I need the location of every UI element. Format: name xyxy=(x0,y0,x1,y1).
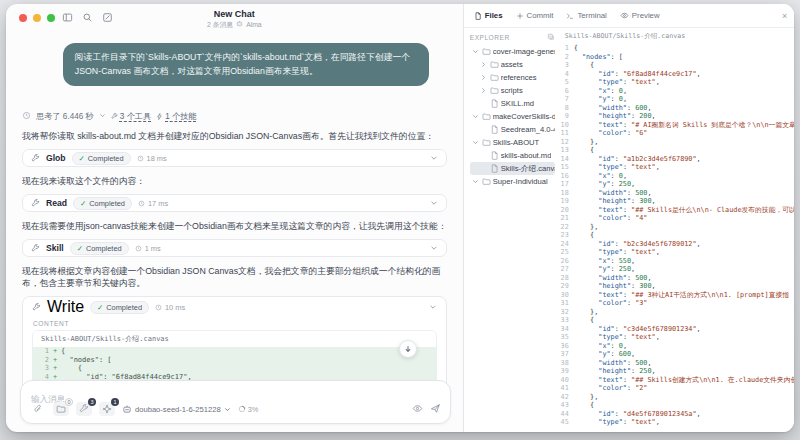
tree-folder-Skills-ABOUT[interactable]: Skills-ABOUT xyxy=(470,136,555,149)
editor-line: 22 }, xyxy=(559,223,794,232)
code-editor[interactable]: Skills-ABOUT/Skills-介绍.canvas 1{2 "nodes… xyxy=(559,28,794,432)
chevron-down-icon[interactable] xyxy=(430,154,438,162)
editor-line: 25 "type": "text", xyxy=(559,248,794,257)
editor-line: 39 "height": 250, xyxy=(559,367,794,376)
tab-commit[interactable]: Commit xyxy=(516,11,554,20)
skills-count-badge: 1 xyxy=(111,398,119,406)
chat-panel: New Chat 2 条消息 Alma 阅读工作目录下的`Skills-ABOU… xyxy=(6,4,463,432)
tool-icon xyxy=(32,303,41,312)
editor-line: 19 "height": 300, xyxy=(559,197,794,206)
usage-percent: 3% xyxy=(248,405,259,414)
tools-button[interactable]: 3 xyxy=(76,402,92,416)
editor-line: 34 "id": "c3d4e5f678901234", xyxy=(559,325,794,334)
editor-line: 31 "color": "3" xyxy=(559,299,794,308)
editor-line: 16 "x": 0, xyxy=(559,172,794,181)
check-icon: ✓ xyxy=(80,199,86,208)
tree-file-Seedream_4.0-4.5_AP[interactable]: Seedream_4.0-4.5_AP xyxy=(470,123,555,136)
new-chat-icon[interactable] xyxy=(102,12,113,23)
editor-line: 40 "text": "## Skills创建方式\n\n1. 在.claude… xyxy=(559,376,794,385)
minimize-window-button[interactable] xyxy=(33,14,41,22)
message-composer[interactable]: 0 3 1 doubao-seed-1-6-251228 3% xyxy=(20,380,451,424)
file-icon xyxy=(490,99,499,108)
thinking-label: 思考了 6.446 秒 xyxy=(36,111,94,122)
tool-name: Write xyxy=(47,298,84,316)
workspace-folder-button[interactable]: 0 xyxy=(53,402,69,416)
preview-eye-icon[interactable] xyxy=(412,400,423,418)
editor-line: 12 }, xyxy=(559,138,794,147)
sidebar-toggle-icon[interactable] xyxy=(62,12,73,23)
chat-subtitle: 2 条消息 Alma xyxy=(207,20,262,29)
folder-icon xyxy=(482,138,491,147)
close-panel-icon[interactable]: × xyxy=(782,11,787,21)
collapse-all-icon[interactable] xyxy=(547,33,555,41)
attach-icon[interactable] xyxy=(30,402,46,416)
tree-folder-references[interactable]: references xyxy=(470,71,555,84)
status-badge: ✓Completed xyxy=(70,242,129,255)
editor-line: 38 "width": 500, xyxy=(559,359,794,368)
tool-name: Glob xyxy=(46,153,66,163)
thinking-icon xyxy=(22,111,31,122)
tool-call-skill[interactable]: Skill ✓Completed 1 ms xyxy=(22,239,447,257)
tool-duration: 10 ms xyxy=(155,303,185,312)
chevron-down-icon[interactable] xyxy=(430,199,438,207)
folder-icon xyxy=(482,177,491,186)
editor-line: 8 "width": 600, xyxy=(559,104,794,113)
editor-line: 29 "height": 300, xyxy=(559,282,794,291)
search-icon[interactable] xyxy=(82,12,93,23)
editor-line: 23 { xyxy=(559,231,794,240)
tree-folder-assets[interactable]: assets xyxy=(470,58,555,71)
close-window-button[interactable] xyxy=(19,14,27,22)
tools-used-link[interactable]: 3 个工具 xyxy=(111,111,151,122)
tool-icon xyxy=(31,199,40,208)
editor-line: 43 { xyxy=(559,401,794,410)
thinking-summary[interactable]: 思考了 6.446 秒 3 个工具 1 个技能 xyxy=(22,111,447,122)
editor-line: 15 "type": "text", xyxy=(559,163,794,172)
editor-line: 9 "height": 200, xyxy=(559,112,794,121)
written-file-path: Skills-ABOUT/Skills-介绍.canvas xyxy=(33,331,436,347)
assistant-text: 我将帮你读取 skills-about.md 文档并创建对应的Obsidian … xyxy=(22,130,447,142)
tool-name: Skill xyxy=(46,243,64,253)
tab-terminal[interactable]: Terminal xyxy=(566,11,606,20)
terminal-icon xyxy=(566,12,574,20)
editor-line: 30 "text": "## 3种让AI干活的方式\n\n1. [prompt]… xyxy=(559,291,794,300)
tree-file-skills-about.md[interactable]: skills-about.md xyxy=(470,149,555,162)
diff-line: 2+ "nodes": [ xyxy=(33,356,436,365)
tree-folder-makeCoverSkills-docs[interactable]: makeCoverSkills-docs xyxy=(470,110,555,123)
panel-tabbar: Files Commit Terminal Preview × xyxy=(464,4,794,28)
folder-icon xyxy=(56,404,66,414)
tab-files[interactable]: Files xyxy=(474,11,503,20)
skills-used-link[interactable]: 1 个技能 xyxy=(156,111,196,122)
editor-line: 26 "x": 550, xyxy=(559,257,794,266)
scroll-to-bottom-button[interactable] xyxy=(399,340,417,358)
bot-icon xyxy=(236,20,243,29)
send-icon[interactable] xyxy=(430,400,441,418)
assistant-text: 现在我来读取这个文件的内容： xyxy=(22,175,447,187)
tool-call-read[interactable]: Read ✓Completed 17 ms xyxy=(22,194,447,212)
folder-icon xyxy=(482,47,491,56)
tool-call-glob[interactable]: Glob ✓Completed 18 ms xyxy=(22,149,447,167)
editor-line: 28 "width": 500, xyxy=(559,274,794,283)
chat-title: New Chat xyxy=(214,9,255,20)
tree-file-SKILL.md[interactable]: SKILL.md xyxy=(470,97,555,110)
chevron-down-icon[interactable] xyxy=(429,303,437,311)
zoom-window-button[interactable] xyxy=(47,14,55,22)
window-controls xyxy=(19,14,55,22)
tools-count-badge: 3 xyxy=(88,398,96,406)
editor-line: 33 { xyxy=(559,316,794,325)
diff-line: 3+ { xyxy=(33,364,436,373)
tab-preview[interactable]: Preview xyxy=(620,11,660,20)
check-icon: ✓ xyxy=(79,154,85,163)
editor-line: 11 "color": "6" xyxy=(559,129,794,138)
folder-icon xyxy=(490,60,499,69)
skills-button[interactable]: 1 xyxy=(99,402,115,416)
tree-folder-scripts[interactable]: scripts xyxy=(470,84,555,97)
tree-folder-Super-Individual[interactable]: Super-Individual xyxy=(470,175,555,188)
chevron-down-icon[interactable] xyxy=(430,244,438,252)
editor-line: 24 "id": "b2c3d4e5f6789012", xyxy=(559,240,794,249)
app-window: New Chat 2 条消息 Alma 阅读工作目录下的`Skills-ABOU… xyxy=(6,4,794,432)
plus-icon xyxy=(516,12,524,20)
tree-folder-cover-image-generator[interactable]: cover-image-generator xyxy=(470,45,555,58)
assistant-text: 现在我将根据文章内容创建一个Obsidian JSON Canvas文档，我会把… xyxy=(22,265,447,289)
model-selector[interactable]: doubao-seed-1-6-251228 xyxy=(122,404,231,414)
tree-file-Skills-介绍.canvas[interactable]: Skills-介绍.canvas xyxy=(470,162,555,175)
